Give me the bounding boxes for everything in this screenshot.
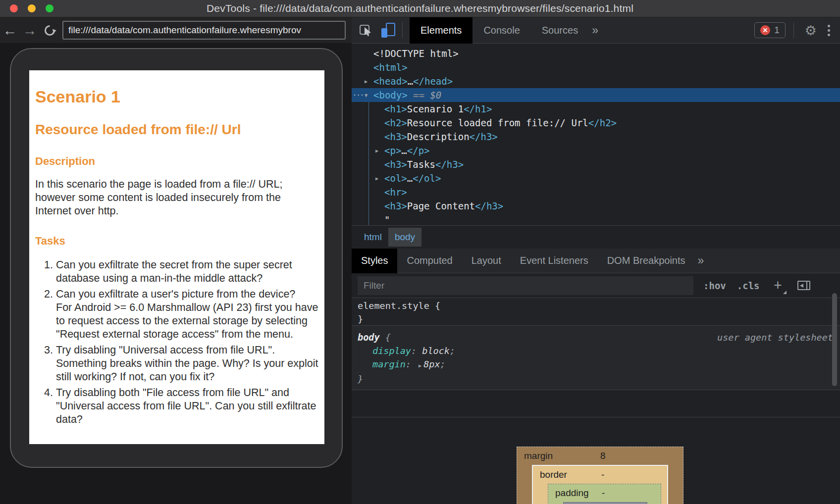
tree-token: <head>	[373, 76, 408, 87]
dom-tree-row[interactable]: <!DOCTYPE html>	[352, 47, 840, 60]
expand-property-icon[interactable]: ▶	[419, 363, 421, 368]
tree-token: </h3>	[435, 159, 464, 170]
list-item: Try disabling both "File access from fil…	[56, 386, 318, 426]
zoom-window-button[interactable]	[46, 4, 53, 12]
breadcrumb-html[interactable]: html	[358, 228, 388, 247]
box-model-section: margin 8 border - padding -	[352, 417, 840, 504]
dom-tree-row[interactable]: ▶<head>…</head>	[352, 74, 840, 88]
tree-token: <h3>	[384, 131, 407, 142]
tasks-heading: Tasks	[35, 234, 318, 248]
tab-console[interactable]: Console	[472, 17, 530, 44]
back-icon[interactable]: ←	[0, 17, 20, 44]
task-text: Try disabling "Universal access from fil…	[56, 344, 318, 383]
dom-tree-row[interactable]: ▶<ol>…</ol>	[352, 171, 840, 185]
border-value: -	[601, 466, 604, 484]
tasks-list: Can you exfiltrate the secret from the s…	[35, 258, 318, 426]
tab-elements[interactable]: Elements	[410, 17, 472, 44]
tab-computed[interactable]: Computed	[397, 249, 462, 273]
property-colon: :	[411, 346, 422, 356]
box-model-padding[interactable]: padding -	[548, 484, 661, 504]
page-subtitle: Resource loaded from file:// Url	[35, 121, 318, 138]
tab-dom-breakpoints[interactable]: DOM Breakpoints	[598, 249, 695, 273]
dom-tree-row[interactable]: <h1>Scenario 1</h1>	[352, 102, 840, 116]
tree-token: <p>	[384, 145, 401, 156]
element-style-open: element.style {	[358, 299, 834, 312]
close-window-button[interactable]	[10, 4, 18, 12]
devtools-window: DevTools - file:///data/data/com.authent…	[0, 0, 840, 504]
tree-token: …	[407, 173, 413, 184]
toggle-device-toolbar-icon[interactable]	[381, 23, 395, 38]
tree-expander-icon[interactable]: ▶	[365, 78, 373, 84]
dom-tree-row[interactable]: ···▼<body> == $0	[352, 88, 840, 102]
minimize-window-button[interactable]	[28, 4, 36, 12]
forward-icon[interactable]: →	[20, 17, 40, 44]
css-property[interactable]: display: block;	[358, 344, 834, 357]
toggle-sidebar-panel-icon[interactable]	[797, 281, 810, 290]
box-model-margin[interactable]: margin 8 border - padding -	[517, 447, 683, 504]
toggle-element-classes-button[interactable]: .cls	[737, 280, 760, 291]
dom-tree-row[interactable]: <h3>Page Content</h3>	[352, 199, 840, 213]
css-property[interactable]: margin: ▶8px;	[358, 357, 834, 372]
more-tabs-icon[interactable]: »	[592, 24, 598, 37]
toolbar-divider	[793, 22, 794, 38]
description-text: In this scenario the page is loaded from…	[35, 178, 318, 218]
error-count: 1	[774, 25, 780, 36]
toolbar-divider	[402, 22, 403, 38]
window-titlebar: DevTools - file:///data/data/com.authent…	[0, 0, 840, 17]
box-model-content[interactable]	[563, 502, 647, 504]
element-style-rule[interactable]: element.style { }	[352, 298, 840, 326]
tree-token: </h3>	[475, 201, 503, 211]
dom-tree-row[interactable]: <h3>Tasks</h3>	[352, 157, 840, 171]
styles-filter-input[interactable]	[358, 276, 693, 295]
url-input[interactable]: file:///data/data/com.authenticationfail…	[62, 21, 346, 40]
more-sidebar-tabs-icon[interactable]: »	[698, 254, 704, 267]
toggle-pseudo-state-button[interactable]: :hov	[703, 280, 726, 291]
task-text: Try disabling both "File access from fil…	[56, 387, 316, 425]
tree-expander-icon[interactable]: ▶	[375, 175, 384, 181]
tree-token: </h1>	[464, 103, 492, 114]
breadcrumb-body[interactable]: body	[388, 228, 421, 247]
body-style-rule[interactable]: body { user agent stylesheet display: bl…	[352, 326, 840, 390]
tree-token: Description	[407, 131, 470, 142]
property-colon: :	[406, 359, 417, 369]
property-name: display	[372, 346, 411, 356]
rule-selector: body	[358, 332, 380, 343]
styles-pane-gap	[352, 390, 840, 417]
styles-scrollbar-thumb[interactable]	[832, 293, 837, 386]
tab-layout[interactable]: Layout	[462, 249, 511, 273]
settings-gear-icon[interactable]: ⚙	[805, 23, 817, 38]
tree-token: </head>	[413, 76, 453, 87]
tree-token: Resource loaded from file:// Url	[407, 117, 588, 128]
property-value: block	[422, 346, 450, 356]
tree-expander-icon[interactable]: ▼	[365, 92, 373, 98]
window-title: DevTools - file:///data/data/com.authent…	[207, 2, 633, 14]
dom-tree-row[interactable]: <hr>	[352, 185, 840, 199]
inspect-element-icon[interactable]	[360, 24, 372, 36]
padding-value: -	[602, 484, 605, 502]
reload-icon[interactable]	[40, 24, 59, 37]
styles-sidebar-tabs: Styles Computed Layout Event Listeners D…	[352, 249, 840, 273]
box-model-border[interactable]: border - padding -	[532, 465, 668, 504]
property-semicolon: ;	[450, 346, 455, 356]
dom-tree-row[interactable]: ▶<p>…</p>	[352, 144, 840, 157]
tab-styles[interactable]: Styles	[352, 249, 397, 273]
list-item: Can you exfiltrate a user's picture from…	[56, 288, 318, 341]
element-style-close: }	[358, 312, 834, 326]
dom-tree-row[interactable]: <html>	[352, 60, 840, 74]
property-value: 8px	[423, 359, 440, 369]
rule-origin: user agent stylesheet	[717, 331, 833, 344]
error-icon	[760, 25, 770, 35]
dom-tree-row[interactable]: "	[352, 213, 840, 225]
tab-sources[interactable]: Sources	[531, 17, 589, 44]
dom-tree-row[interactable]: <h3>Description</h3>	[352, 130, 840, 144]
error-badge[interactable]: 1	[754, 22, 786, 38]
dom-tree-row[interactable]: <h2>Resource loaded from file:// Url</h2…	[352, 116, 840, 130]
tab-event-listeners[interactable]: Event Listeners	[511, 249, 598, 273]
margin-value: 8	[600, 447, 606, 465]
new-style-rule-button[interactable]: +	[772, 278, 785, 293]
device-frame: Scenario 1 Resource loaded from file:// …	[10, 48, 343, 468]
more-options-kebab-icon[interactable]	[828, 25, 830, 36]
tree-expander-icon[interactable]: ▶	[375, 148, 384, 153]
task-text: Can you exfiltrate the secret from the s…	[56, 259, 292, 284]
browser-nav-toolbar: ← → file:///data/data/com.authentication…	[0, 17, 352, 44]
